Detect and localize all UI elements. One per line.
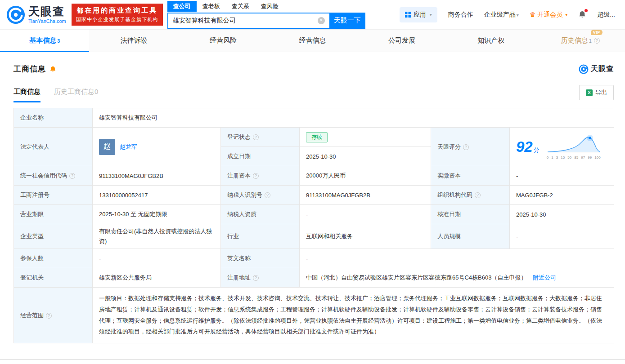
- open-vip-link[interactable]: ♛ 开通会员 ▾: [530, 11, 567, 19]
- address-cell: 中国（河北）自由贸易试验区雄安片区容东片区容德东路65号C4栋B603（自主申报…: [300, 268, 614, 288]
- help-icon[interactable]: ?: [46, 313, 52, 319]
- reg-capital-value: 20000万人民币: [300, 166, 431, 186]
- legal-rep-link[interactable]: 赵龙军: [120, 143, 137, 151]
- tab-operation-info[interactable]: 经营信息: [268, 30, 357, 52]
- export-button[interactable]: X 导出: [579, 85, 614, 100]
- help-icon[interactable]: ?: [253, 173, 259, 179]
- reg-status-cell: 存续: [300, 128, 431, 147]
- apps-grid-icon: [405, 12, 411, 18]
- search-tab-boss[interactable]: 查老板: [197, 1, 226, 12]
- help-icon[interactable]: ?: [253, 275, 259, 281]
- search-tab-company[interactable]: 查公司: [167, 1, 197, 12]
- tab-basic-info-count: 3: [57, 38, 60, 44]
- tab-legal-litigation-label: 法律诉讼: [121, 36, 148, 45]
- tab-history-info[interactable]: VIP 历史信息 1 ?: [536, 30, 625, 52]
- taxpayer-no-value: 91133100MAG0JFGB2B: [300, 186, 431, 205]
- top-header: 天眼查 TianYanCha.com 都在用的商业查询工具 国家中小企业发展子基…: [0, 0, 625, 30]
- en-name-value: -: [300, 249, 614, 268]
- help-icon[interactable]: ?: [594, 38, 600, 44]
- business-scope-label: 经营范围?: [14, 288, 93, 343]
- nearby-companies-link[interactable]: 附近公司: [533, 274, 556, 281]
- table-row: 企业类型 有限责任公司(非自然人投资或控股的法人独资) 行业 互联网和相关服务 …: [14, 224, 614, 249]
- authority-value: 雄安新区公共服务局: [93, 268, 221, 288]
- search-area: 查公司 查老板 查关系 查风险 × 天眼一下: [167, 1, 365, 29]
- enterprise-product-link[interactable]: 企业级产品▾: [484, 11, 519, 19]
- clear-search-icon[interactable]: ×: [318, 17, 325, 24]
- help-icon[interactable]: ?: [69, 173, 75, 179]
- help-icon[interactable]: ?: [463, 144, 469, 150]
- credit-code-value: 91133100MAG0JFGB2B: [93, 166, 221, 186]
- org-code-label: 组织机构代码?: [431, 186, 510, 205]
- promo-banner-line1: 都在用的商业查询工具: [76, 6, 158, 15]
- score-axis: 0131550859799100: [547, 155, 601, 160]
- business-scope-value: 一般项目：数据处理和存储支持服务；技术服务、技术开发、技术咨询、技术交流、技术转…: [93, 288, 614, 343]
- promo-banner-line2: 国家中小企业发展子基金旗下机构: [76, 16, 158, 23]
- tab-history-inner: VIP 历史信息 1 ?: [561, 36, 600, 45]
- score-distribution-chart: 0131550859799100: [547, 134, 602, 160]
- help-icon[interactable]: ?: [475, 192, 481, 198]
- search-tab-relation[interactable]: 查关系: [226, 1, 255, 12]
- table-row: 登记机关 雄安新区公共服务局 注册地址? 中国（河北）自由贸易试验区雄安片区容东…: [14, 268, 614, 288]
- authority-label: 登记机关: [14, 268, 93, 288]
- chevron-down-icon: ▾: [430, 12, 432, 17]
- biz-cooperation-link[interactable]: 商务合作: [448, 11, 473, 19]
- logo-text: 天眼查 TianYanCha.com: [28, 6, 66, 24]
- open-vip-label: 开通会员: [537, 11, 562, 19]
- address-label: 注册地址?: [221, 268, 300, 288]
- tianyancha-logo[interactable]: 天眼查 TianYanCha.com: [6, 5, 66, 24]
- tab-operation-risk[interactable]: 经营风险: [179, 30, 268, 52]
- watermark-label: 天眼查: [591, 64, 614, 74]
- tab-operation-risk-label: 经营风险: [210, 36, 237, 45]
- tab-intellectual-property[interactable]: 知识产权: [446, 30, 535, 52]
- tab-intellectual-property-label: 知识产权: [477, 36, 504, 45]
- industry-value: 互联网和相关服务: [300, 224, 431, 249]
- insured-label: 参保人数: [14, 249, 93, 268]
- tab-company-development[interactable]: 公司发展: [357, 30, 446, 52]
- score-value[interactable]: 92分: [516, 138, 540, 155]
- legal-rep-cell: 赵 赵龙军: [93, 128, 221, 166]
- subtab-history-business-info[interactable]: 历史工商信息0: [54, 88, 98, 102]
- user-account-link[interactable]: 超级...: [597, 11, 615, 19]
- tab-history-count: 1: [589, 38, 592, 44]
- notification-bell[interactable]: [578, 10, 586, 19]
- company-type-label: 企业类型: [14, 224, 93, 249]
- vip-badge: VIP: [591, 30, 603, 35]
- promo-banner: 都在用的商业查询工具 国家中小企业发展子基金旗下机构: [72, 4, 163, 26]
- tab-operation-info-label: 经营信息: [299, 36, 326, 45]
- term-value: 2025-10-30 至 无固定期限: [93, 205, 221, 224]
- en-name-label: 英文名称: [221, 249, 300, 268]
- tab-company-development-label: 公司发展: [388, 36, 415, 45]
- tianyancha-watermark-icon: [579, 64, 589, 74]
- chevron-down-icon: ▾: [517, 13, 519, 18]
- table-row: 营业期限 2025-10-30 至 无固定期限 纳税人资质 - 核准日期 202…: [14, 205, 614, 224]
- business-info-table: 企业名称 雄安智算科技有限公司 法定代表人 赵 赵龙军 登记状态? 存续 天眼评…: [13, 108, 614, 343]
- org-code-value: MAG0JFGB-2: [510, 186, 614, 205]
- table-row: 法定代表人 赵 赵龙军 登记状态? 存续 天眼评分? 92分: [14, 128, 614, 147]
- help-icon[interactable]: ?: [253, 134, 259, 140]
- score-cell: 92分 0131550859799100: [510, 128, 614, 166]
- insured-value: -: [93, 249, 221, 268]
- apps-label: 应用: [414, 11, 426, 19]
- tab-history-label: 历史信息: [561, 36, 588, 45]
- enterprise-product-label: 企业级产品: [484, 11, 516, 18]
- approve-date-label: 核准日期: [431, 205, 510, 224]
- logo-name-cn: 天眼查: [28, 6, 66, 17]
- search-row: × 天眼一下: [167, 13, 365, 29]
- legal-rep-avatar[interactable]: 赵: [99, 139, 115, 155]
- monitor-bell-icon[interactable]: [49, 66, 56, 73]
- tab-basic-info[interactable]: 基本信息3: [0, 30, 89, 52]
- staff-size-label: 人员规模: [431, 224, 510, 249]
- apps-menu[interactable]: 应用 ▾: [400, 7, 437, 22]
- paid-capital-value: -: [510, 166, 614, 186]
- tab-legal-litigation[interactable]: 法律诉讼: [89, 30, 178, 52]
- help-icon[interactable]: ?: [265, 192, 270, 198]
- subtab-business-info[interactable]: 工商信息: [13, 88, 40, 102]
- paid-capital-label: 实缴资本: [431, 166, 510, 186]
- search-tab-risk[interactable]: 查风险: [255, 1, 284, 12]
- search-button[interactable]: 天眼一下: [329, 13, 365, 29]
- section-header: 工商信息 天眼查: [13, 64, 614, 74]
- footer-divider: [0, 360, 625, 364]
- tab-basic-info-label: 基本信息: [29, 36, 56, 45]
- search-input[interactable]: [168, 17, 318, 24]
- company-name-value: 雄安智算科技有限公司: [93, 108, 614, 128]
